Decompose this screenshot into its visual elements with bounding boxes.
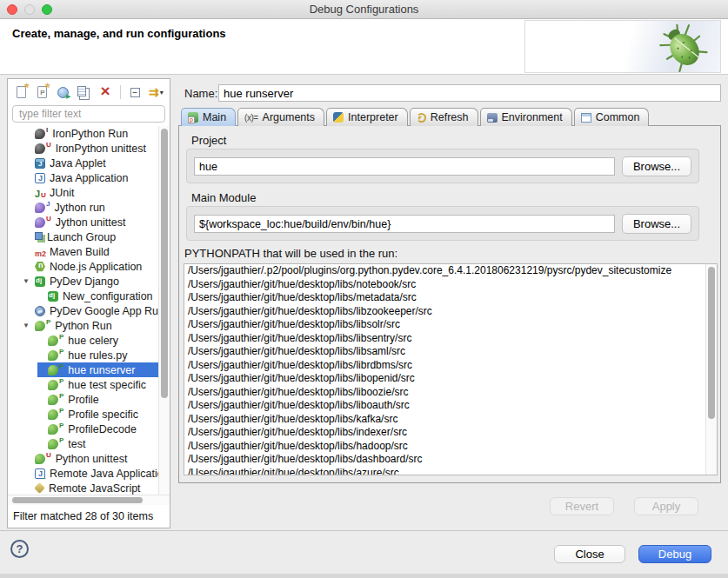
icon-overlay-letter: U: [46, 215, 51, 223]
tree-item-hue-runserver[interactable]: Phue runserver: [8, 362, 170, 377]
tree-item-label: New_configuration: [63, 290, 153, 302]
tree-item-hue-rules-py[interactable]: Phue rules.py: [8, 348, 170, 362]
tree-hscroll-thumb[interactable]: [12, 497, 143, 503]
duplicate-configuration-icon: [77, 86, 86, 96]
tree-item-remote-javascript[interactable]: Remote JavaScript: [8, 481, 170, 495]
pythonpath-entry[interactable]: /Users/jgauthier/git/hue/desktop/libs/li…: [184, 386, 717, 400]
pythonpath-vertical-scrollbar[interactable]: [705, 264, 717, 475]
tree-item-profile[interactable]: PProfile: [8, 392, 170, 407]
name-input[interactable]: [218, 84, 721, 102]
java-application-icon: [35, 173, 45, 183]
tree-item-maven-build[interactable]: Maven Build: [8, 244, 170, 259]
main-module-browse-button[interactable]: Browse...: [622, 214, 691, 234]
project-input[interactable]: [194, 157, 615, 176]
pythonpath-entry[interactable]: /Users/jgauthier/.p2/pool/plugins/org.py…: [184, 264, 717, 278]
tree-item-python-run[interactable]: ▼PPython Run: [8, 318, 170, 333]
tree-item-label: hue rules.py: [68, 349, 127, 362]
configurations-tree: IIronPython RunUIronPython unittestJava …: [8, 126, 170, 495]
tree-item-profiledecode[interactable]: PProfileDecode: [8, 422, 170, 436]
delete-configuration-button[interactable]: [97, 83, 115, 102]
tree-item-ironpython-unittest[interactable]: UIronPython unittest: [8, 141, 170, 156]
tab-arguments[interactable]: Arguments: [237, 108, 324, 126]
tree-item-junit[interactable]: JUnit: [8, 185, 170, 200]
tree-item-new-configuration[interactable]: New_configuration: [8, 289, 170, 303]
duplicate-configuration-button[interactable]: [75, 83, 93, 102]
tree-item-label: Maven Build: [50, 246, 110, 258]
close-window-icon[interactable]: [7, 4, 17, 15]
debug-button[interactable]: Debug: [638, 545, 711, 563]
expand-arrow-icon[interactable]: ▼: [22, 322, 30, 329]
tree-item-hue-celery[interactable]: Phue celery: [8, 333, 170, 348]
filter-input[interactable]: [12, 105, 165, 123]
new-prototype-button[interactable]: [33, 83, 51, 102]
main-tab-icon: [188, 112, 198, 123]
tab-main[interactable]: Main: [181, 108, 236, 126]
tree-item-pydev-google-app-run[interactable]: PyDev Google App Run: [8, 303, 170, 318]
tree-vscroll-thumb[interactable]: [161, 129, 168, 398]
tree-item-launch-group[interactable]: Launch Group: [8, 229, 170, 244]
pythonpath-entry[interactable]: /Users/jgauthier/git/hue/desktop/libs/in…: [184, 426, 717, 440]
filter-wrap: [8, 105, 170, 126]
django-icon: [48, 291, 58, 302]
revert-button[interactable]: Revert: [550, 497, 614, 515]
tab-environment[interactable]: Environment: [480, 108, 572, 126]
pythonpath-entry[interactable]: /Users/jgauthier/git/hue/desktop/libs/li…: [184, 359, 717, 373]
minimize-window-icon[interactable]: [24, 4, 35, 15]
tree-horizontal-scrollbar[interactable]: [8, 495, 170, 505]
tree-item-pydev-django[interactable]: ▼PyDev Django: [8, 274, 170, 289]
new-configuration-button[interactable]: [12, 83, 30, 102]
pythonpath-entry[interactable]: /Users/jgauthier/git/hue/desktop/libs/li…: [184, 372, 717, 386]
tree-item-label: JUnit: [50, 187, 74, 199]
project-label: Project: [191, 134, 226, 147]
tree-item-remote-java-application[interactable]: Remote Java Application: [8, 466, 170, 481]
tree-item-jython-unittest[interactable]: UJython unittest: [8, 215, 170, 229]
tree-vertical-scrollbar[interactable]: [158, 126, 170, 495]
snake-green-icon: [35, 454, 45, 464]
pythonpath-entry[interactable]: /Users/jgauthier/git/hue/desktop/libs/li…: [184, 318, 717, 332]
main-module-input[interactable]: [194, 215, 615, 233]
pythonpath-entry[interactable]: /Users/jgauthier/git/hue/desktop/libs/az…: [184, 467, 717, 476]
expand-arrow-icon[interactable]: ▼: [22, 277, 30, 285]
tree-item-java-application[interactable]: Java Application: [8, 170, 170, 185]
export-configurations-button[interactable]: [54, 83, 72, 102]
pythonpath-entry[interactable]: /Users/jgauthier/git/hue/desktop/libs/li…: [184, 332, 717, 346]
tree-item-hue-test-specific[interactable]: Phue test specific: [8, 377, 170, 392]
apply-button[interactable]: Apply: [634, 497, 698, 515]
pythonpath-entry[interactable]: /Users/jgauthier/git/hue/desktop/libs/no…: [184, 278, 717, 292]
tree-item-java-applet[interactable]: Java Applet: [8, 156, 170, 170]
close-button[interactable]: Close: [554, 545, 625, 563]
pythonpath-entry[interactable]: /Users/jgauthier/git/hue/desktop/libs/ka…: [184, 413, 717, 427]
pythonpath-entry[interactable]: /Users/jgauthier/git/hue/desktop/libs/me…: [184, 291, 717, 305]
bottom-separator: [0, 530, 728, 531]
icon-overlay-letter: P: [59, 362, 63, 370]
pythonpath-entry[interactable]: /Users/jgauthier/git/hue/desktop/libs/li…: [184, 345, 717, 359]
pythonpath-entry[interactable]: /Users/jgauthier/git/hue/desktop/libs/li…: [184, 399, 717, 413]
tree-item-profile-specific[interactable]: PProfile specific: [8, 407, 170, 422]
pythonpath-entry[interactable]: /Users/jgauthier/git/hue/desktop/libs/da…: [184, 453, 717, 467]
tree-item-python-unittest[interactable]: UPython unittest: [8, 451, 170, 466]
tab-common[interactable]: Common: [574, 108, 650, 126]
tree-item-label: Profile specific: [68, 409, 138, 421]
delete-configuration-icon: [101, 85, 110, 99]
window-bottom-edge: [0, 574, 728, 578]
pythonpath-entry[interactable]: /Users/jgauthier/git/hue/desktop/libs/ha…: [184, 440, 717, 454]
tree-item-node-js-application[interactable]: Node.js Application: [8, 259, 170, 274]
filter-configurations-button[interactable]: ▾: [147, 83, 165, 102]
dropdown-arrow-icon: ▾: [160, 89, 164, 96]
collapse-all-button[interactable]: [126, 83, 144, 102]
snake-green-icon: [48, 350, 58, 361]
pythonpath-list: /Users/jgauthier/.p2/pool/plugins/org.py…: [184, 263, 718, 475]
args-tab-icon: [244, 111, 258, 123]
tree-item-ironpython-run[interactable]: IIronPython Run: [8, 126, 170, 141]
zoom-window-icon[interactable]: [42, 4, 52, 15]
tree-item-test[interactable]: Ptest: [8, 436, 170, 451]
remote-js-icon: [34, 482, 45, 494]
pythonpath-vscroll-thumb[interactable]: [708, 267, 715, 419]
icon-overlay-letter: P: [59, 422, 63, 429]
project-browse-button[interactable]: Browse...: [622, 156, 691, 176]
tree-item-jython-run[interactable]: JJython run: [8, 200, 170, 215]
pythonpath-entry[interactable]: /Users/jgauthier/git/hue/desktop/libs/li…: [184, 305, 717, 319]
tab-interpreter[interactable]: Interpreter: [326, 108, 408, 126]
help-button[interactable]: ?: [10, 540, 29, 558]
tab-refresh[interactable]: Refresh: [410, 108, 478, 126]
